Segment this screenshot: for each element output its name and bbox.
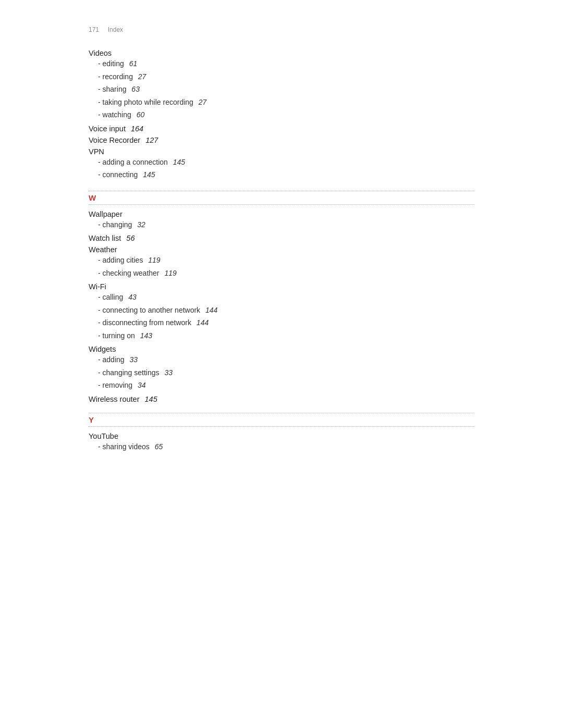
entry-sub-0-0-3: - taking photo while recording 27: [89, 96, 474, 109]
entry-main-1-5: Wireless router 145: [89, 395, 474, 403]
entry-sub-1-3-3: - turning on 143: [89, 329, 474, 342]
entry-main-1-4: Widgets: [89, 345, 474, 353]
section-divider-top-Y: [89, 413, 474, 413]
entry-group-1-3: Wi-Fi- calling 43- connecting to another…: [89, 282, 474, 342]
entry-sub-0-0-4: - watching 60: [89, 108, 474, 121]
sub-page-num-0-0-4: 60: [137, 110, 145, 119]
page-num-0-1: 164: [131, 125, 143, 133]
page-section-label: Index: [108, 26, 123, 33]
entry-group-1-2: Weather- adding cities 119- checking wea…: [89, 245, 474, 279]
entry-sub-1-4-2: - removing 34: [89, 379, 474, 392]
entry-sub-1-3-1: - connecting to another network 144: [89, 304, 474, 317]
entry-group-0-0: Videos- editing 61- recording 27- sharin…: [89, 49, 474, 121]
entry-group-1-5: Wireless router 145: [89, 395, 474, 403]
entry-sub-0-0-1: - recording 27: [89, 70, 474, 83]
entry-sub-1-2-0: - adding cities 119: [89, 254, 474, 267]
sub-page-num-1-2-1: 119: [164, 269, 176, 277]
page-num-1-5: 145: [145, 395, 157, 403]
sub-page-num-1-4-2: 34: [138, 381, 146, 389]
sub-page-num-1-4-0: 33: [129, 355, 138, 364]
sub-page-num-1-4-1: 33: [164, 368, 173, 377]
entry-main-1-1: Watch list 56: [89, 234, 474, 242]
sub-page-num-0-3-0: 145: [173, 158, 185, 166]
entry-sub-2-0-0: - sharing videos 65: [89, 440, 474, 453]
sub-page-num-0-0-2: 63: [131, 85, 140, 93]
sub-page-num-0-3-1: 145: [143, 170, 155, 179]
sub-page-num-0-0-3: 27: [199, 98, 207, 106]
entry-sub-1-0-0: - changing 32: [89, 218, 474, 231]
sub-page-num-1-3-0: 43: [128, 293, 137, 301]
entry-group-0-3: VPN- adding a connection 145- connecting…: [89, 147, 474, 181]
sub-page-num-2-0-0: 65: [155, 442, 163, 451]
entry-sub-0-0-0: - editing 61: [89, 57, 474, 70]
sub-page-num-1-0-0: 32: [137, 220, 145, 229]
entry-group-2-0: YouTube- sharing videos 65: [89, 432, 474, 453]
page-header: 171 Index: [89, 26, 474, 33]
section-divider-top-W: [89, 191, 474, 191]
section-letter-W: W: [89, 193, 474, 205]
entry-group-1-0: Wallpaper- changing 32: [89, 210, 474, 231]
entry-sub-0-3-0: - adding a connection 145: [89, 156, 474, 169]
entry-group-0-1: Voice input 164: [89, 125, 474, 133]
sub-page-num-0-0-0: 61: [129, 59, 138, 68]
entry-sub-0-3-1: - connecting 145: [89, 168, 474, 181]
entry-main-1-2: Weather: [89, 245, 474, 254]
entry-sub-1-3-0: - calling 43: [89, 291, 474, 304]
entry-sub-1-3-2: - disconnecting from network 144: [89, 316, 474, 329]
page-num-0-2: 127: [145, 136, 158, 144]
entry-group-1-1: Watch list 56: [89, 234, 474, 242]
entry-group-0-2: Voice Recorder 127: [89, 136, 474, 144]
sub-page-num-0-0-1: 27: [138, 72, 146, 81]
index-content: Videos- editing 61- recording 27- sharin…: [89, 49, 474, 453]
entry-sub-1-2-1: - checking weather 119: [89, 267, 474, 280]
entry-main-0-0: Videos: [89, 49, 474, 57]
sub-page-num-1-2-0: 119: [148, 256, 160, 264]
sub-page-num-1-3-3: 143: [140, 331, 152, 340]
entry-main-2-0: YouTube: [89, 432, 474, 440]
entry-main-0-3: VPN: [89, 147, 474, 156]
entry-group-1-4: Widgets- adding 33- changing settings 33…: [89, 345, 474, 392]
section-letter-Y: Y: [89, 415, 474, 427]
page-number: 171: [89, 26, 99, 33]
entry-sub-1-4-0: - adding 33: [89, 353, 474, 366]
sub-page-num-1-3-2: 144: [197, 318, 209, 327]
entry-main-0-2: Voice Recorder 127: [89, 136, 474, 144]
entry-main-1-3: Wi-Fi: [89, 282, 474, 291]
sub-page-num-1-3-1: 144: [205, 306, 217, 314]
entry-sub-1-4-1: - changing settings 33: [89, 366, 474, 379]
entry-sub-0-0-2: - sharing 63: [89, 83, 474, 96]
page-num-1-1: 56: [126, 234, 134, 242]
entry-main-1-0: Wallpaper: [89, 210, 474, 218]
page-container: 171 Index Videos- editing 61- recording …: [0, 16, 563, 487]
entry-main-0-1: Voice input 164: [89, 125, 474, 133]
